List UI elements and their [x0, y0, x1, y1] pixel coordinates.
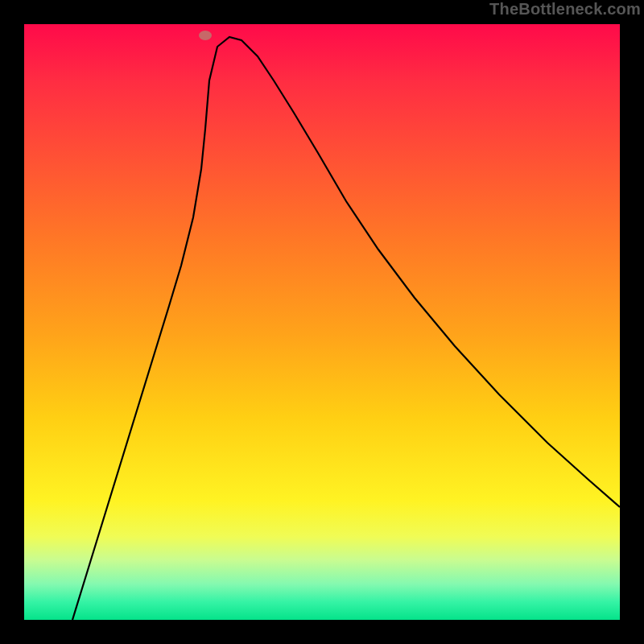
- chart-container: TheBottleneck.com: [0, 0, 644, 644]
- minimum-marker: [199, 31, 212, 40]
- bottleneck-curve: [72, 37, 620, 620]
- plot-area: [24, 24, 620, 620]
- attribution-label: TheBottleneck.com: [489, 0, 641, 19]
- curve-layer: [24, 24, 620, 620]
